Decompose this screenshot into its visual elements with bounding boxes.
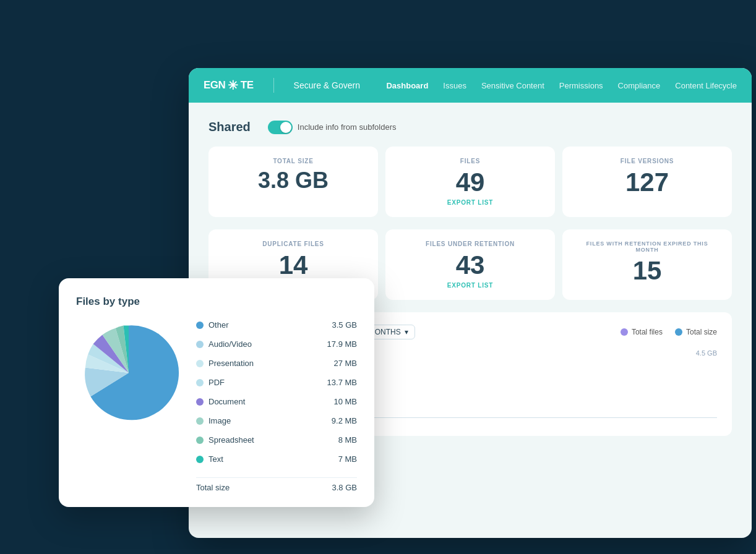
total-label: Total size: [196, 483, 230, 492]
dot-other: [196, 322, 204, 329]
dot-pdf: [196, 379, 204, 386]
nav-content-lifecycle[interactable]: Content Lifecycle: [675, 81, 737, 90]
files-by-type-card: Files by type: [59, 278, 374, 507]
dot-audiovideo: [196, 341, 204, 348]
duplicate-value: 14: [221, 251, 366, 279]
total-size-value: 3.8 GB: [221, 168, 366, 193]
total-value: 3.8 GB: [332, 483, 357, 492]
size-text: 7 MB: [338, 454, 357, 464]
dot-presentation: [196, 360, 204, 367]
files-value: 49: [398, 168, 543, 197]
size-pdf: 13.7 MB: [327, 378, 357, 387]
nav-sensitive-content[interactable]: Sensitive Content: [481, 81, 544, 90]
nav-compliance[interactable]: Compliance: [618, 81, 661, 90]
list-item: Other 3.5 GB: [196, 320, 357, 330]
nav-issues[interactable]: Issues: [443, 81, 466, 90]
size-presentation: 27 MB: [333, 359, 357, 368]
subfolder-toggle[interactable]: [268, 121, 293, 134]
label-pdf: PDF: [208, 378, 322, 387]
stat-total-size: TOTAL SIZE 3.8 GB: [208, 147, 378, 217]
chart-legend: Total files Total size: [621, 328, 717, 336]
nav-divider: [273, 78, 274, 93]
brand-logo: EGN✳TE: [204, 78, 254, 93]
size-spreadsheet: 8 MB: [338, 435, 357, 445]
legend-dot-blue: [675, 328, 682, 336]
legend-total-files: Total files: [621, 328, 663, 336]
legend-list: Other 3.5 GB Audio/Video 17.9 MB Present…: [196, 320, 357, 492]
label-document: Document: [208, 397, 329, 406]
total-row: Total size 3.8 GB: [196, 477, 357, 492]
expired-label: FILES WITH RETENTION EXPIRED THIS MONTH: [575, 241, 719, 253]
nav-permissions[interactable]: Permissions: [559, 81, 603, 90]
label-image: Image: [208, 416, 327, 425]
pie-svg: [76, 320, 181, 425]
files-export[interactable]: EXPORT LIST: [398, 199, 543, 206]
label-presentation: Presentation: [208, 359, 329, 368]
chevron-down-icon: ▾: [405, 328, 408, 336]
size-document: 10 MB: [333, 397, 357, 406]
list-item: PDF 13.7 MB: [196, 378, 357, 387]
page-title: Shared: [208, 120, 251, 134]
files-label: FILES: [398, 158, 543, 164]
stat-file-versions: FILE VERSIONS 127: [562, 147, 732, 217]
file-versions-value: 127: [575, 168, 719, 197]
label-audiovideo: Audio/Video: [208, 339, 322, 349]
list-item: Presentation 27 MB: [196, 359, 357, 368]
duplicate-label: DUPLICATE FILES: [221, 241, 366, 247]
retention-label: FILES UNDER RETENTION: [398, 241, 543, 247]
files-by-type-body: Other 3.5 GB Audio/Video 17.9 MB Present…: [76, 320, 357, 492]
label-text: Text: [208, 454, 333, 464]
expired-value: 15: [575, 257, 719, 285]
nav-dashboard[interactable]: Dashboard: [386, 81, 428, 90]
label-spreadsheet: Spreadsheet: [208, 435, 333, 445]
size-other: 3.5 GB: [332, 320, 357, 330]
stat-files-retention-expired: FILES WITH RETENTION EXPIRED THIS MONTH …: [562, 229, 732, 300]
label-other: Other: [208, 320, 327, 330]
toggle-section: Include info from subfolders: [268, 121, 397, 134]
legend-dot-purple: [621, 328, 628, 336]
retention-value: 43: [398, 251, 543, 279]
dot-document: [196, 398, 204, 406]
files-by-type-title: Files by type: [76, 296, 357, 308]
legend-total-size: Total size: [675, 328, 717, 336]
dot-spreadsheet: [196, 437, 204, 444]
file-versions-label: FILE VERSIONS: [575, 158, 719, 164]
egnyte-wordmark: EGN✳TE: [204, 78, 254, 93]
content-header: Shared Include info from subfolders: [208, 120, 732, 134]
list-item: Audio/Video 17.9 MB: [196, 339, 357, 349]
total-size-label: TOTAL SIZE: [221, 158, 366, 164]
product-name: Secure & Govern: [294, 80, 360, 90]
chart-y-right: 4.5 GB: [696, 349, 717, 357]
list-item: Document 10 MB: [196, 397, 357, 406]
dot-image: [196, 417, 204, 425]
list-item: Image 9.2 MB: [196, 416, 357, 425]
size-audiovideo: 17.9 MB: [327, 339, 357, 349]
legend-total-size-label: Total size: [686, 328, 717, 336]
legend-total-files-label: Total files: [632, 328, 663, 336]
stat-files-under-retention: FILES UNDER RETENTION 43 EXPORT LIST: [385, 229, 555, 300]
toggle-label: Include info from subfolders: [298, 122, 397, 132]
dot-text: [196, 456, 204, 463]
list-item: Spreadsheet 8 MB: [196, 435, 357, 445]
main-nav: Dashboard Issues Sensitive Content Permi…: [386, 81, 737, 90]
retention-export[interactable]: EXPORT LIST: [398, 282, 543, 289]
navbar: EGN✳TE Secure & Govern Dashboard Issues …: [189, 68, 752, 103]
pie-chart: [76, 320, 181, 425]
stats-top-grid: TOTAL SIZE 3.8 GB FILES 49 EXPORT LIST F…: [208, 147, 732, 217]
stat-files: FILES 49 EXPORT LIST: [385, 147, 555, 217]
size-image: 9.2 MB: [332, 416, 357, 425]
list-item: Text 7 MB: [196, 454, 357, 464]
